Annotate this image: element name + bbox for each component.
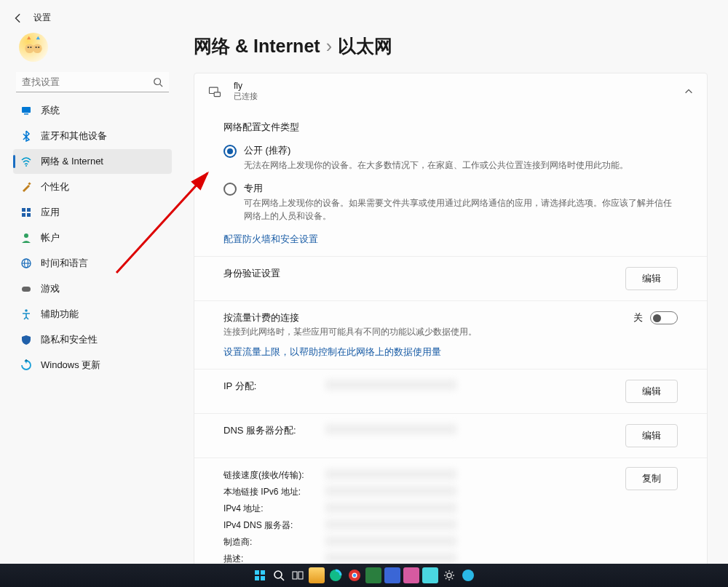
svg-rect-14: [22, 208, 25, 212]
svg-rect-25: [214, 92, 220, 96]
svg-rect-17: [27, 213, 31, 217]
connection-name: fly: [234, 81, 672, 91]
taskbar-app-icon-2[interactable]: [384, 567, 400, 583]
monitor-icon: [20, 105, 32, 116]
detail-row-1: 本地链接 IPv6 地址:: [223, 484, 678, 500]
search-icon: [153, 77, 163, 87]
sidebar-item-8[interactable]: 辅助功能: [13, 302, 172, 327]
sidebar-item-6[interactable]: 时间和语言: [13, 251, 172, 276]
shield-icon: [20, 334, 32, 346]
svg-point-41: [353, 574, 356, 577]
taskbar-chrome-icon[interactable]: [347, 567, 363, 583]
start-button[interactable]: [252, 567, 268, 583]
svg-line-35: [281, 578, 284, 580]
detail-row-3: IPv4 DNS 服务器:: [223, 517, 678, 534]
sidebar: 系统蓝牙和其他设备网络 & Internet个性化应用帐户时间和语言游戏辅助功能…: [9, 24, 176, 567]
ethernet-icon: [207, 84, 222, 99]
profile-radio-1[interactable]: 专用可在网络上发现你的设备。如果需要文件共享或使用通过此网络通信的应用，请选择此…: [223, 182, 678, 223]
taskbar-app-icon-3[interactable]: [403, 567, 419, 583]
svg-point-34: [274, 571, 282, 578]
detail-row-4: 制造商:: [223, 534, 678, 551]
profile-radio-0[interactable]: 公开 (推荐)无法在网络上发现你的设备。在大多数情况下，在家庭、工作或公共位置连…: [223, 144, 678, 172]
globe-icon: [20, 257, 32, 269]
taskbar-edge-icon[interactable]: [328, 567, 344, 583]
update-icon: [20, 359, 32, 371]
firewall-link[interactable]: 配置防火墙和安全设置: [223, 233, 318, 244]
svg-rect-32: [255, 576, 259, 580]
ip-label: IP 分配:: [223, 380, 325, 393]
svg-rect-30: [255, 570, 259, 575]
taskbar-app-icon-5[interactable]: [460, 567, 476, 583]
sidebar-item-10[interactable]: Windows 更新: [13, 353, 172, 378]
window-title: 设置: [33, 12, 51, 24]
svg-point-23: [25, 309, 28, 312]
brush-icon: [20, 181, 32, 193]
sidebar-item-1[interactable]: 蓝牙和其他设备: [13, 124, 172, 148]
sidebar-item-4[interactable]: 应用: [13, 200, 172, 225]
taskbar-search-icon[interactable]: [271, 567, 287, 583]
dns-value: [325, 424, 456, 434]
sidebar-item-0[interactable]: 系统: [13, 98, 172, 123]
copy-button[interactable]: 复制: [625, 467, 678, 490]
sidebar-item-3[interactable]: 个性化: [13, 175, 172, 199]
taskbar: [0, 564, 728, 587]
svg-point-18: [24, 233, 28, 238]
breadcrumb-separator: ›: [326, 36, 332, 57]
user-avatar[interactable]: [19, 33, 48, 62]
dns-edit-button[interactable]: 编辑: [625, 424, 678, 447]
search-input[interactable]: [16, 72, 169, 92]
data-limit-link[interactable]: 设置流量上限，以帮助控制在此网络上的数据使用量: [223, 346, 441, 359]
ip-value: [325, 380, 456, 390]
svg-point-3: [30, 47, 31, 48]
apps-icon: [20, 207, 32, 218]
svg-rect-33: [261, 576, 265, 580]
svg-rect-22: [22, 287, 31, 292]
svg-rect-15: [27, 208, 31, 212]
taskbar-settings-icon[interactable]: [441, 567, 457, 583]
sidebar-item-2[interactable]: 网络 & Internet: [13, 149, 172, 174]
radio-icon: [223, 183, 237, 196]
svg-point-1: [33, 44, 42, 54]
svg-rect-36: [293, 572, 297, 579]
page-title: 网络 & Internet › 以太网: [194, 34, 708, 58]
svg-rect-10: [22, 107, 31, 113]
access-icon: [20, 308, 32, 320]
profile-section-title: 网络配置文件类型: [223, 121, 678, 134]
auth-label: 身份验证设置: [223, 267, 617, 280]
metered-toggle[interactable]: [650, 311, 678, 324]
detail-row-0: 链接速度(接收/传输):: [223, 467, 678, 484]
sidebar-item-5[interactable]: 帐户: [13, 225, 172, 250]
svg-rect-37: [298, 572, 303, 579]
auth-edit-button[interactable]: 编辑: [625, 267, 678, 290]
ip-edit-button[interactable]: 编辑: [625, 380, 678, 403]
svg-rect-11: [24, 113, 28, 115]
svg-marker-7: [36, 36, 40, 40]
svg-point-43: [462, 570, 474, 581]
detail-row-2: IPv4 地址:: [223, 500, 678, 517]
breadcrumb-current: 以太网: [338, 34, 392, 58]
svg-marker-6: [27, 36, 31, 40]
bluetooth-icon: [20, 130, 32, 142]
chevron-up-icon[interactable]: [684, 87, 694, 97]
taskbar-taskview-icon[interactable]: [290, 567, 306, 583]
svg-rect-13: [28, 182, 31, 185]
sidebar-item-9[interactable]: 隐私和安全性: [13, 327, 172, 352]
taskbar-app-icon-4[interactable]: [422, 567, 438, 583]
taskbar-app-icon[interactable]: [365, 567, 381, 583]
taskbar-explorer-icon[interactable]: [309, 567, 325, 583]
game-icon: [20, 283, 32, 295]
breadcrumb-parent[interactable]: 网络 & Internet: [194, 34, 320, 58]
back-button[interactable]: [13, 13, 23, 23]
svg-rect-31: [261, 570, 265, 575]
wifi-icon: [20, 156, 32, 167]
sidebar-item-7[interactable]: 游戏: [13, 276, 172, 301]
svg-point-12: [25, 165, 27, 167]
metered-desc: 连接到此网络时，某些应用可能具有不同的功能以减少数据使用。: [223, 326, 633, 338]
metered-label: 按流量计费的连接: [223, 311, 633, 324]
metered-state: 关: [633, 311, 643, 324]
svg-point-42: [447, 573, 451, 578]
connection-status: 已连接: [234, 91, 672, 102]
connection-header[interactable]: fly 已连接: [194, 73, 707, 109]
svg-line-9: [160, 84, 163, 87]
dns-label: DNS 服务器分配:: [223, 424, 325, 437]
